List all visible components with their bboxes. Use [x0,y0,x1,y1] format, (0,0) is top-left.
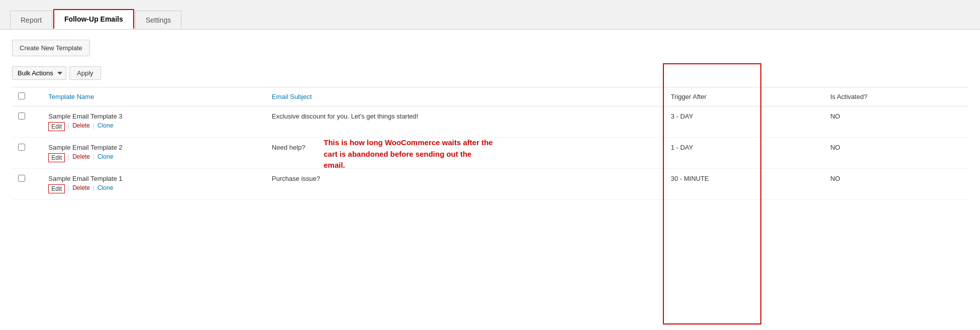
header-trigger-after: Trigger After [665,87,825,106]
trigger-after-cell: 3 - DAY [665,106,825,138]
row-actions: Edit|Delete|Clone [48,184,260,193]
tabs-bar: Report Follow-Up Emails Settings [0,0,980,30]
is-activated-cell: NO [824,106,968,138]
tab-report[interactable]: Report [10,11,52,29]
table-header-row: Template Name Email Subject Trigger Afte… [12,87,968,106]
edit-link[interactable]: Edit [48,122,65,131]
edit-link[interactable]: Edit [48,184,65,193]
email-subject-cell: Purchase issue? [266,169,665,200]
tab-follow-up-emails[interactable]: Follow-Up Emails [53,9,134,29]
is-activated-cell: NO [824,138,968,169]
separator: | [68,122,69,131]
row-actions: Edit|Delete|Clone [48,153,260,162]
delete-link[interactable]: Delete [72,184,90,193]
template-name-cell: Sample Email Template 3Edit|Delete|Clone [42,106,266,138]
delete-link[interactable]: Delete [72,122,90,131]
apply-button[interactable]: Apply [69,66,101,80]
table-row: Sample Email Template 1Edit|Delete|Clone… [12,169,968,200]
separator: | [68,153,69,162]
header-is-activated: Is Activated? [824,87,968,106]
row-actions: Edit|Delete|Clone [48,122,260,131]
is-activated-cell: NO [824,169,968,200]
separator: | [93,122,94,131]
delete-link[interactable]: Delete [72,153,90,162]
tab-settings[interactable]: Settings [135,11,182,29]
bulk-actions-select[interactable]: Bulk Actions [12,66,66,80]
select-all-checkbox[interactable] [18,92,25,99]
template-name: Sample Email Template 3 [48,113,260,120]
row-checkbox[interactable] [18,175,25,182]
table-row: Sample Email Template 3Edit|Delete|Clone… [12,106,968,138]
clone-link[interactable]: Clone [97,153,113,162]
create-new-template-button[interactable]: Create New Template [12,40,90,56]
header-template-name[interactable]: Template Name [42,87,266,106]
header-email-subject[interactable]: Email Subject [266,87,665,106]
page-wrapper: Report Follow-Up Emails Settings Create … [0,0,980,330]
template-name: Sample Email Template 2 [48,144,260,151]
row-checkbox[interactable] [18,113,25,120]
edit-link[interactable]: Edit [48,153,65,162]
clone-link[interactable]: Clone [97,122,113,131]
table-container: This is how long WooCommerce waits after… [12,87,968,200]
content-area: Create New Template Bulk Actions Apply T… [0,30,980,210]
separator: | [68,184,69,193]
row-checkbox-cell [12,138,42,169]
row-checkbox[interactable] [18,144,25,151]
clone-link[interactable]: Clone [97,184,113,193]
email-subject-cell: Exclusive discount for you. Let's get th… [266,106,665,138]
template-name-cell: Sample Email Template 1Edit|Delete|Clone [42,169,266,200]
row-checkbox-cell [12,106,42,138]
header-checkbox-cell [12,87,42,106]
separator: | [93,153,94,162]
trigger-after-cell: 30 - MINUTE [665,169,825,200]
template-name-cell: Sample Email Template 2Edit|Delete|Clone [42,138,266,169]
annotation-text: This is how long WooCommerce waits after… [324,137,495,171]
trigger-after-cell: 1 - DAY [665,138,825,169]
separator: | [93,184,94,193]
bulk-actions-row: Bulk Actions Apply [12,66,968,80]
template-name: Sample Email Template 1 [48,175,260,182]
row-checkbox-cell [12,169,42,200]
